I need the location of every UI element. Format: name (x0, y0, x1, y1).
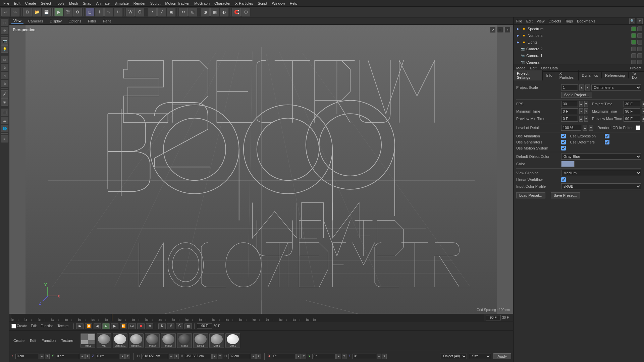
mat-slot-6[interactable]: Mat.2 (177, 333, 192, 348)
rot-x-up[interactable]: ▲ (296, 354, 301, 359)
lt-camera[interactable]: 📷 (1, 37, 8, 45)
menu-simulate[interactable]: Simulate (112, 1, 131, 6)
scale-project-btn[interactable]: Scale Project... (561, 92, 592, 98)
mat-edit[interactable]: Edit (28, 338, 38, 343)
save-preset-btn[interactable]: Save Preset... (551, 192, 580, 198)
max-time-input[interactable] (624, 108, 640, 114)
obj-row-camera2[interactable]: 📷 Camera.2 (518, 46, 644, 52)
size-h2-input[interactable] (185, 354, 212, 359)
prev-max-up[interactable]: ▲ (642, 116, 644, 122)
prev-min-up[interactable]: ▲ (579, 116, 583, 122)
lt-paint[interactable]: 🖌 (1, 90, 8, 98)
tab-dynamics[interactable]: Dynamics (579, 72, 602, 78)
tb-redo[interactable]: ↪ (11, 8, 19, 16)
numbers-vis-2[interactable] (637, 33, 642, 38)
mat-slot-5[interactable]: Mat.2 (161, 333, 176, 348)
rot-y-dn[interactable]: ▼ (342, 354, 346, 359)
cam-vis-2[interactable] (637, 60, 642, 64)
pm-user-data[interactable]: User Data (540, 66, 559, 70)
menu-snap[interactable]: Snap (81, 1, 94, 6)
mat-texture[interactable]: Texture (59, 338, 75, 343)
tb-new[interactable]: 🗋 (23, 8, 32, 16)
viewport-canvas[interactable]: Perspective (9, 25, 513, 314)
om-filter[interactable]: ▾ (637, 18, 643, 24)
use-animation-check[interactable] (561, 134, 566, 138)
tb-move[interactable]: ✛ (95, 8, 104, 16)
pb-texture-label[interactable]: Texture (58, 324, 69, 328)
color-swatch[interactable] (561, 161, 575, 167)
om-edit[interactable]: Edit (525, 19, 534, 23)
pos-z-up[interactable]: ▲ (120, 354, 125, 359)
tb-open[interactable]: 📂 (33, 8, 41, 16)
project-time-input[interactable] (624, 101, 640, 107)
size-select[interactable]: Size Position (469, 354, 491, 359)
size-h3-dn[interactable]: ▼ (256, 354, 261, 359)
om-objects[interactable]: Objects (547, 19, 562, 23)
tab-todo[interactable]: To Do (629, 70, 644, 80)
tb-scale[interactable]: ⤡ (104, 8, 113, 16)
use-motion-check[interactable] (561, 146, 566, 150)
lod-input[interactable] (561, 125, 581, 131)
tb-points-mode[interactable]: • (148, 8, 157, 16)
tb-workplane[interactable]: ⬡ (241, 8, 250, 16)
tb-display-gouraud[interactable]: ◑ (201, 8, 210, 16)
project-scale-input[interactable] (561, 84, 578, 90)
menu-animate[interactable]: Animate (94, 1, 112, 6)
om-bookmarks[interactable]: Bookmarks (576, 19, 597, 23)
project-time-up[interactable]: ▲ (642, 101, 644, 107)
mat-function[interactable]: Function (40, 338, 58, 343)
pb-frame-input[interactable] (197, 323, 212, 329)
rot-z-up[interactable]: ▲ (377, 354, 381, 359)
size-h-dn[interactable]: ▼ (174, 354, 179, 359)
menu-edit[interactable]: Edit (12, 1, 22, 6)
tab-referencing[interactable]: Referencing (602, 72, 629, 78)
project-scale-dn[interactable]: ▼ (585, 84, 590, 90)
lt-spline[interactable]: ∿ (1, 72, 8, 79)
pb-prev[interactable]: ◀ (94, 323, 101, 329)
lt-move[interactable]: ✛ (1, 27, 8, 34)
menu-character[interactable]: Character (212, 1, 232, 6)
pb-render-all[interactable]: ▦ (184, 323, 192, 329)
lt-light[interactable]: 💡 (1, 45, 8, 53)
lt-layers[interactable]: ≡ (1, 135, 8, 142)
min-time-input[interactable] (561, 108, 578, 114)
tb-edges-mode[interactable]: ╱ (157, 8, 166, 16)
menu-create[interactable]: Create (23, 1, 38, 6)
lights-vis-2[interactable] (637, 40, 642, 45)
use-deformers-check[interactable] (605, 140, 609, 144)
lt-floor[interactable]: ⬛ (1, 109, 8, 116)
prev-min-dn[interactable]: ▼ (584, 116, 588, 122)
tb-display-quick[interactable]: ◐ (220, 8, 228, 16)
rot-y-up[interactable]: ▲ (336, 354, 341, 359)
lt-nurbs[interactable]: ⊙ (1, 64, 8, 71)
pb-play[interactable]: ▶ (102, 323, 110, 329)
tb-render-settings[interactable]: ⚙ (73, 8, 82, 16)
lt-deformer[interactable]: ⊛ (1, 80, 8, 87)
mat-create[interactable]: Create (11, 338, 26, 343)
preview-max-input[interactable] (624, 116, 640, 122)
tb-save[interactable]: 💾 (42, 8, 51, 16)
pos-y-input[interactable] (56, 354, 79, 359)
mat-slot-9[interactable]: Mat.3 (225, 333, 240, 348)
lt-env[interactable]: 🌐 (1, 125, 8, 132)
spectrum-vis-1[interactable] (631, 26, 636, 31)
mat-slot-0[interactable]: Mat.1 (80, 333, 95, 348)
pos-x-up[interactable]: ▲ (40, 354, 44, 359)
lt-sky[interactable]: ☁ (1, 117, 8, 124)
vp-minimize[interactable]: − (497, 27, 503, 33)
project-scale-unit[interactable]: Centimeters Meters Inches Feet (591, 84, 641, 90)
cam1-vis-2[interactable] (637, 53, 642, 58)
numbers-expand-icon[interactable]: ▶ (516, 33, 520, 38)
om-search[interactable]: 🔍 (629, 18, 635, 24)
pb-next[interactable]: ▶ (111, 323, 118, 329)
preview-min-input[interactable] (561, 116, 578, 122)
mat-slot-7[interactable]: Doc.1 (193, 333, 208, 348)
menu-file[interactable]: File (1, 1, 11, 6)
obj-row-lights[interactable]: ▶ ■ Lights (514, 39, 644, 46)
rot-z-dn[interactable]: ▼ (382, 354, 387, 359)
pos-z-input[interactable] (96, 354, 119, 359)
mat-slot-3[interactable]: Reflect... (129, 333, 144, 348)
tb-snap[interactable]: 🧲 (232, 8, 241, 16)
view-clipping-select[interactable]: Medium Low High (561, 170, 641, 176)
tb-polys-mode[interactable]: ▣ (167, 8, 175, 16)
